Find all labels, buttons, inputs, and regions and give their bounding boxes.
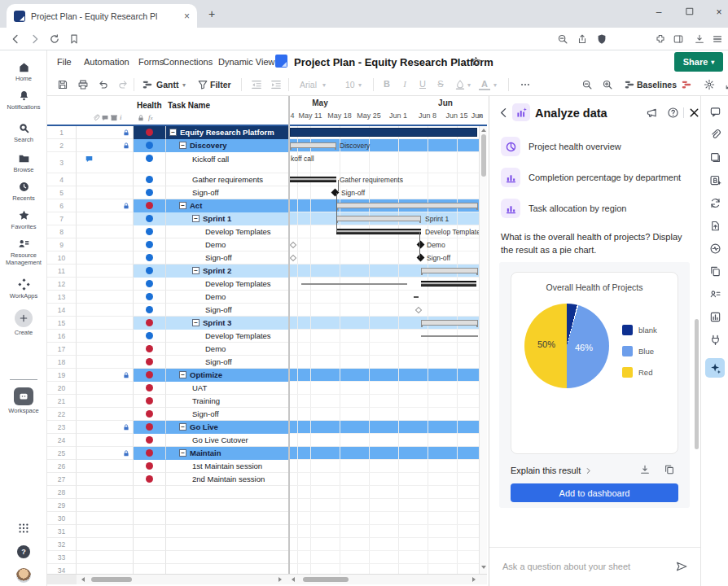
scroll-thumb[interactable]	[91, 577, 132, 582]
row-number[interactable]: 30	[47, 512, 77, 525]
panel-back-icon[interactable]	[498, 107, 510, 119]
collapse-toggle[interactable]: −	[179, 423, 186, 431]
gantt-row[interactable]	[290, 395, 479, 408]
table-row[interactable]: 28	[47, 486, 288, 499]
row-number[interactable]: 2	[47, 139, 77, 152]
task-name-cell[interactable]: −Act	[166, 199, 288, 212]
gantt-row[interactable]	[290, 126, 479, 139]
sidebar-item-workapps[interactable]: WorkApps	[0, 278, 47, 300]
view-selector[interactable]: Gantt	[156, 80, 178, 90]
task-name-cell[interactable]: Sign-off	[166, 186, 288, 199]
info-column-icon[interactable]: i	[120, 113, 128, 121]
gantt-task-bar[interactable]	[336, 229, 421, 234]
gantt-row[interactable]: Gather requirements	[290, 173, 479, 186]
task-name-cell[interactable]: Sign-off	[166, 251, 288, 265]
scroll-down-arrow[interactable]	[481, 566, 486, 569]
table-row[interactable]: 29	[47, 499, 288, 512]
copy-icon[interactable]	[709, 265, 721, 278]
row-number[interactable]: 11	[47, 265, 77, 278]
gantt-task-bar[interactable]	[290, 177, 336, 182]
download-result-icon[interactable]	[639, 464, 651, 475]
gantt-row[interactable]	[290, 382, 479, 395]
health-cell[interactable]	[134, 251, 166, 265]
gantt-row[interactable]	[290, 330, 479, 343]
table-row[interactable]: 20UAT	[47, 382, 288, 395]
gantt-baseline[interactable]	[421, 335, 478, 337]
health-cell[interactable]	[134, 369, 166, 382]
create-plus-icon[interactable]	[15, 309, 33, 327]
health-cell[interactable]	[134, 152, 166, 173]
table-row[interactable]: 25−Maintain	[47, 447, 288, 460]
table-row[interactable]: 17Demo	[47, 343, 288, 356]
row-number[interactable]: 15	[47, 317, 77, 330]
gantt-row[interactable]	[290, 460, 479, 473]
table-row[interactable]: 32	[47, 538, 288, 551]
gantt-row[interactable]	[290, 421, 479, 434]
scroll-thumb[interactable]	[481, 134, 486, 177]
gantt-row[interactable]	[290, 447, 479, 460]
task-name-cell[interactable]	[166, 512, 288, 525]
task-name-cell[interactable]: −Sprint 1	[166, 212, 288, 225]
scroll-right-arrow[interactable]	[472, 577, 476, 582]
ask-question-input[interactable]: Ask a question about your sheet	[502, 562, 630, 571]
ai-sparkle-icon[interactable]	[705, 358, 725, 378]
collapse-toggle[interactable]: −	[179, 202, 186, 209]
gantt-row[interactable]: Discovery	[290, 139, 479, 152]
task-name-cell[interactable]: Demo	[166, 291, 288, 304]
table-row[interactable]: 14Sign-off	[47, 304, 288, 317]
health-cell[interactable]	[134, 317, 166, 330]
forward-icon[interactable]	[29, 33, 41, 45]
attachment-column-icon[interactable]	[92, 114, 100, 122]
gantt-row[interactable]: Sign-off	[290, 251, 479, 265]
favorite-star-icon[interactable]	[471, 56, 481, 67]
table-row[interactable]: 12Develop Templates	[47, 278, 288, 291]
task-name-cell[interactable]: −Sprint 2	[166, 265, 288, 278]
collapse-toggle[interactable]: −	[179, 371, 186, 378]
sidebar-item-favorites[interactable]: Favorites	[0, 209, 47, 230]
bookmark-icon[interactable]	[68, 33, 80, 45]
filter-button[interactable]: Filter	[210, 80, 231, 90]
task-name-cell[interactable]: Gather requirements	[166, 173, 288, 186]
downloads-icon[interactable]	[694, 33, 705, 45]
health-cell[interactable]	[134, 538, 166, 551]
summary-chart-icon[interactable]	[709, 311, 721, 323]
task-name-cell[interactable]: Develop Templates	[166, 225, 288, 238]
gantt-row[interactable]	[290, 356, 479, 369]
workspace-icon[interactable]	[14, 387, 33, 405]
copy-result-icon[interactable]	[664, 464, 675, 475]
task-name-cell[interactable]: Demo	[166, 343, 288, 356]
table-row[interactable]: 5Sign-off	[47, 186, 288, 199]
row-number[interactable]: 4	[47, 173, 77, 186]
settings-gear-icon[interactable]	[704, 79, 715, 90]
gantt-row[interactable]	[290, 486, 479, 499]
task-name-cell[interactable]: Training	[166, 395, 288, 408]
sidebar-item-browse[interactable]: Browse	[0, 152, 47, 173]
table-row[interactable]: 16Develop Templates	[47, 330, 288, 343]
gantt-milestone-ghost[interactable]	[415, 307, 422, 313]
table-row[interactable]: 8Develop Templates	[47, 225, 288, 238]
shield-icon[interactable]	[596, 33, 607, 45]
gantt-row[interactable]	[290, 408, 479, 421]
scroll-left-arrow[interactable]	[81, 577, 85, 582]
collapse-toggle[interactable]: −	[192, 215, 200, 222]
row-number[interactable]: 34	[47, 564, 77, 574]
window-minimize-button[interactable]: –	[651, 7, 666, 18]
table-row[interactable]: 3Kickoff call	[47, 152, 288, 173]
gantt-baseline[interactable]	[301, 283, 407, 285]
task-name-cell[interactable]: 2nd Maintain session	[166, 473, 288, 486]
gantt-milestone[interactable]	[417, 254, 425, 262]
gantt-view-icon[interactable]	[142, 79, 153, 90]
undo-icon[interactable]	[98, 79, 109, 90]
health-cell[interactable]	[134, 460, 166, 473]
row-number[interactable]: 20	[47, 382, 77, 395]
table-row[interactable]: 2−Discovery	[47, 139, 288, 152]
health-cell[interactable]	[134, 139, 166, 152]
health-cell[interactable]	[134, 434, 166, 447]
table-row[interactable]: 9Demo	[47, 238, 288, 251]
panel-scrollbar[interactable]	[695, 116, 699, 539]
proofs-icon[interactable]	[709, 151, 721, 164]
table-row[interactable]: 1−Equity Research Platform	[47, 126, 288, 139]
table-row[interactable]: 19−Optimize	[47, 369, 288, 382]
gantt-milestone-ghost[interactable]	[290, 242, 296, 248]
scroll-thumb[interactable]	[695, 319, 699, 449]
